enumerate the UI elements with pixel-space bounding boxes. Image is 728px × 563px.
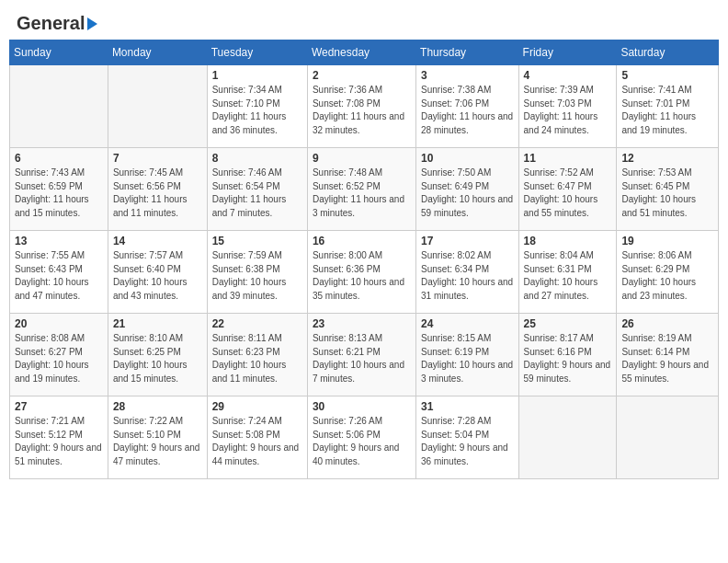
day-number: 20 — [15, 317, 103, 330]
calendar-cell: 25Sunrise: 8:17 AM Sunset: 6:16 PM Dayli… — [518, 314, 617, 396]
day-info: Sunrise: 7:43 AM Sunset: 6:59 PM Dayligh… — [15, 167, 103, 220]
week-row-4: 20Sunrise: 8:08 AM Sunset: 6:27 PM Dayli… — [10, 314, 719, 396]
logo-arrow-icon — [87, 17, 97, 30]
calendar-cell: 31Sunrise: 7:28 AM Sunset: 5:04 PM Dayli… — [416, 396, 519, 479]
day-info: Sunrise: 7:34 AM Sunset: 7:10 PM Dayligh… — [212, 84, 302, 137]
day-info: Sunrise: 8:00 AM Sunset: 6:36 PM Dayligh… — [313, 249, 411, 303]
calendar-cell — [10, 65, 108, 148]
day-number: 8 — [212, 152, 302, 165]
day-number: 14 — [113, 235, 202, 247]
day-number: 18 — [524, 235, 612, 247]
day-info: Sunrise: 7:46 AM Sunset: 6:54 PM Dayligh… — [212, 167, 302, 220]
calendar-cell: 15Sunrise: 7:59 AM Sunset: 6:38 PM Dayli… — [207, 231, 307, 314]
day-number: 6 — [15, 152, 103, 165]
day-number: 5 — [621, 69, 713, 82]
day-info: Sunrise: 7:48 AM Sunset: 6:52 PM Dayligh… — [313, 167, 411, 220]
calendar-cell: 10Sunrise: 7:50 AM Sunset: 6:49 PM Dayli… — [416, 148, 519, 231]
calendar-cell: 29Sunrise: 7:24 AM Sunset: 5:08 PM Dayli… — [207, 396, 307, 479]
day-info: Sunrise: 7:50 AM Sunset: 6:49 PM Dayligh… — [421, 167, 514, 220]
day-number: 30 — [313, 400, 411, 413]
calendar-cell: 28Sunrise: 7:22 AM Sunset: 5:10 PM Dayli… — [108, 396, 207, 479]
day-info: Sunrise: 8:17 AM Sunset: 6:16 PM Dayligh… — [524, 332, 612, 385]
calendar-cell: 20Sunrise: 8:08 AM Sunset: 6:27 PM Dayli… — [10, 314, 108, 396]
day-info: Sunrise: 7:36 AM Sunset: 7:08 PM Dayligh… — [313, 84, 411, 137]
day-number: 27 — [15, 400, 103, 413]
day-number: 13 — [15, 235, 103, 247]
day-info: Sunrise: 7:52 AM Sunset: 6:47 PM Dayligh… — [524, 167, 612, 220]
day-number: 12 — [621, 152, 713, 165]
page-header: General — [9, 9, 719, 34]
day-number: 23 — [313, 317, 411, 330]
calendar-cell: 27Sunrise: 7:21 AM Sunset: 5:12 PM Dayli… — [10, 396, 108, 479]
day-number: 4 — [524, 69, 612, 82]
col-header-friday: Friday — [518, 40, 617, 65]
calendar-cell: 19Sunrise: 8:06 AM Sunset: 6:29 PM Dayli… — [617, 231, 719, 314]
day-info: Sunrise: 8:13 AM Sunset: 6:21 PM Dayligh… — [313, 332, 411, 385]
day-number: 11 — [524, 152, 612, 165]
day-info: Sunrise: 8:04 AM Sunset: 6:31 PM Dayligh… — [524, 249, 612, 303]
calendar-cell: 23Sunrise: 8:13 AM Sunset: 6:21 PM Dayli… — [307, 314, 415, 396]
calendar-cell: 5Sunrise: 7:41 AM Sunset: 7:01 PM Daylig… — [617, 65, 719, 148]
logo: General — [17, 13, 97, 30]
calendar-cell: 2Sunrise: 7:36 AM Sunset: 7:08 PM Daylig… — [307, 65, 415, 148]
calendar-cell: 6Sunrise: 7:43 AM Sunset: 6:59 PM Daylig… — [10, 148, 108, 231]
day-info: Sunrise: 8:08 AM Sunset: 6:27 PM Dayligh… — [15, 332, 103, 385]
day-number: 25 — [524, 317, 612, 330]
calendar-cell: 26Sunrise: 8:19 AM Sunset: 6:14 PM Dayli… — [617, 314, 719, 396]
day-info: Sunrise: 8:15 AM Sunset: 6:19 PM Dayligh… — [421, 332, 514, 385]
calendar-cell: 22Sunrise: 8:11 AM Sunset: 6:23 PM Dayli… — [207, 314, 307, 396]
calendar-cell: 14Sunrise: 7:57 AM Sunset: 6:40 PM Dayli… — [108, 231, 207, 314]
week-row-2: 6Sunrise: 7:43 AM Sunset: 6:59 PM Daylig… — [10, 148, 719, 231]
calendar-table: SundayMondayTuesdayWednesdayThursdayFrid… — [9, 40, 719, 479]
col-header-saturday: Saturday — [617, 40, 719, 65]
day-info: Sunrise: 8:10 AM Sunset: 6:25 PM Dayligh… — [113, 332, 202, 385]
calendar-cell: 7Sunrise: 7:45 AM Sunset: 6:56 PM Daylig… — [108, 148, 207, 231]
day-number: 26 — [621, 317, 713, 330]
day-info: Sunrise: 7:59 AM Sunset: 6:38 PM Dayligh… — [212, 249, 302, 303]
col-header-wednesday: Wednesday — [307, 40, 415, 65]
calendar-cell: 24Sunrise: 8:15 AM Sunset: 6:19 PM Dayli… — [416, 314, 519, 396]
day-info: Sunrise: 7:39 AM Sunset: 7:03 PM Dayligh… — [524, 84, 612, 137]
calendar-cell: 16Sunrise: 8:00 AM Sunset: 6:36 PM Dayli… — [307, 231, 415, 314]
week-row-3: 13Sunrise: 7:55 AM Sunset: 6:43 PM Dayli… — [10, 231, 719, 314]
day-number: 19 — [621, 235, 713, 247]
day-number: 15 — [212, 235, 302, 247]
calendar-cell: 11Sunrise: 7:52 AM Sunset: 6:47 PM Dayli… — [518, 148, 617, 231]
calendar-cell: 21Sunrise: 8:10 AM Sunset: 6:25 PM Dayli… — [108, 314, 207, 396]
day-number: 3 — [421, 69, 514, 82]
day-info: Sunrise: 7:53 AM Sunset: 6:45 PM Dayligh… — [621, 167, 713, 220]
week-row-1: 1Sunrise: 7:34 AM Sunset: 7:10 PM Daylig… — [10, 65, 719, 148]
day-info: Sunrise: 7:26 AM Sunset: 5:06 PM Dayligh… — [313, 415, 411, 468]
day-number: 2 — [313, 69, 411, 82]
day-info: Sunrise: 8:11 AM Sunset: 6:23 PM Dayligh… — [212, 332, 302, 385]
day-info: Sunrise: 7:28 AM Sunset: 5:04 PM Dayligh… — [421, 415, 514, 468]
calendar-cell: 13Sunrise: 7:55 AM Sunset: 6:43 PM Dayli… — [10, 231, 108, 314]
calendar-cell: 3Sunrise: 7:38 AM Sunset: 7:06 PM Daylig… — [416, 65, 519, 148]
day-info: Sunrise: 7:57 AM Sunset: 6:40 PM Dayligh… — [113, 249, 202, 303]
calendar-cell: 12Sunrise: 7:53 AM Sunset: 6:45 PM Dayli… — [617, 148, 719, 231]
day-number: 1 — [212, 69, 302, 82]
calendar-cell — [617, 396, 719, 479]
calendar-cell: 18Sunrise: 8:04 AM Sunset: 6:31 PM Dayli… — [518, 231, 617, 314]
day-number: 31 — [421, 400, 514, 413]
calendar-cell — [518, 396, 617, 479]
day-info: Sunrise: 7:24 AM Sunset: 5:08 PM Dayligh… — [212, 415, 302, 468]
col-header-tuesday: Tuesday — [207, 40, 307, 65]
day-number: 17 — [421, 235, 514, 247]
calendar-cell: 9Sunrise: 7:48 AM Sunset: 6:52 PM Daylig… — [307, 148, 415, 231]
day-info: Sunrise: 7:22 AM Sunset: 5:10 PM Dayligh… — [113, 415, 202, 468]
calendar-cell: 1Sunrise: 7:34 AM Sunset: 7:10 PM Daylig… — [207, 65, 307, 148]
col-header-thursday: Thursday — [416, 40, 519, 65]
day-number: 7 — [113, 152, 202, 165]
logo-general: General — [17, 13, 85, 34]
day-info: Sunrise: 7:45 AM Sunset: 6:56 PM Dayligh… — [113, 167, 202, 220]
col-header-monday: Monday — [108, 40, 207, 65]
day-info: Sunrise: 8:19 AM Sunset: 6:14 PM Dayligh… — [621, 332, 713, 385]
day-info: Sunrise: 8:02 AM Sunset: 6:34 PM Dayligh… — [421, 249, 514, 303]
week-row-5: 27Sunrise: 7:21 AM Sunset: 5:12 PM Dayli… — [10, 396, 719, 479]
day-number: 22 — [212, 317, 302, 330]
calendar-cell — [108, 65, 207, 148]
day-number: 16 — [313, 235, 411, 247]
day-info: Sunrise: 7:55 AM Sunset: 6:43 PM Dayligh… — [15, 249, 103, 303]
day-number: 24 — [421, 317, 514, 330]
